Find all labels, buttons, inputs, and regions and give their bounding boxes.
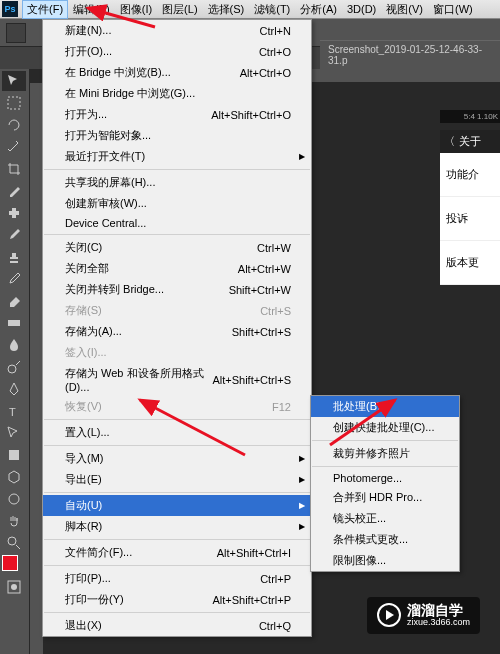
menu-image[interactable]: 图像(I) (115, 0, 157, 19)
menu-item-shortcut: Ctrl+Q (259, 620, 291, 632)
type-tool-icon[interactable]: T (2, 401, 26, 421)
color-swatch[interactable] (2, 555, 26, 575)
submenu-arrow-icon: ▶ (299, 501, 305, 510)
menu-item-label: 打开为智能对象... (65, 128, 151, 143)
crop-tool-icon[interactable] (2, 159, 26, 179)
zoom-tool-icon[interactable] (2, 533, 26, 553)
menu-item-21[interactable]: 置入(L)... (43, 422, 311, 443)
menu-item-34[interactable]: 退出(X)Ctrl+Q (43, 615, 311, 636)
phone-item-1[interactable]: 功能介 (440, 153, 500, 197)
camera-tool-icon[interactable] (2, 489, 26, 509)
eraser-tool-icon[interactable] (2, 291, 26, 311)
menu-item-label: 在 Mini Bridge 中浏览(G)... (65, 86, 195, 101)
back-icon[interactable]: 〈 (444, 134, 455, 149)
menu-item-29[interactable]: 文件简介(F)...Alt+Shift+Ctrl+I (43, 542, 311, 563)
history-brush-icon[interactable] (2, 269, 26, 289)
svg-text:T: T (9, 406, 16, 418)
pen-tool-icon[interactable] (2, 379, 26, 399)
document-tab[interactable]: Screenshot_2019-01-25-12-46-33-31.p (320, 40, 500, 69)
submenu-item-label: 镜头校正... (333, 511, 386, 526)
menu-file[interactable]: 文件(F) (22, 0, 68, 19)
3d-tool-icon[interactable] (2, 467, 26, 487)
submenu-item-6[interactable]: 合并到 HDR Pro... (311, 487, 459, 508)
menu-item-label: 自动(U) (65, 498, 102, 513)
menu-item-18[interactable]: 存储为 Web 和设备所用格式(D)...Alt+Shift+Ctrl+S (43, 363, 311, 396)
heal-tool-icon[interactable] (2, 203, 26, 223)
quick-mask-icon[interactable] (2, 577, 26, 597)
menu-3d[interactable]: 3D(D) (342, 1, 381, 17)
blur-tool-icon[interactable] (2, 335, 26, 355)
tools-panel: T (0, 69, 30, 654)
submenu-arrow-icon: ▶ (299, 522, 305, 531)
menu-item-shortcut: F12 (272, 401, 291, 413)
menu-item-10[interactable]: Device Central... (43, 214, 311, 232)
menu-item-2[interactable]: 在 Bridge 中浏览(B)...Alt+Ctrl+O (43, 62, 311, 83)
auto-submenu: 批处理(B)...创建快捷批处理(C)...裁剪并修齐照片Photomerge.… (310, 395, 460, 572)
shape-tool-icon[interactable] (2, 445, 26, 465)
submenu-item-3[interactable]: 裁剪并修齐照片 (311, 443, 459, 464)
menu-layer[interactable]: 图层(L) (157, 0, 202, 19)
svg-point-8 (8, 537, 16, 545)
menu-edit[interactable]: 编辑(E) (68, 0, 115, 19)
menu-select[interactable]: 选择(S) (203, 0, 250, 19)
move-tool-icon[interactable] (2, 71, 26, 91)
submenu-item-0[interactable]: 批处理(B)... (311, 396, 459, 417)
menu-item-6[interactable]: 最近打开文件(T)▶ (43, 146, 311, 167)
menu-item-13[interactable]: 关闭全部Alt+Ctrl+W (43, 258, 311, 279)
menu-item-label: 关闭(C) (65, 240, 102, 255)
gradient-tool-icon[interactable] (2, 313, 26, 333)
submenu-item-1[interactable]: 创建快捷批处理(C)... (311, 417, 459, 438)
menu-window[interactable]: 窗口(W) (428, 0, 478, 19)
menu-item-31[interactable]: 打印(P)...Ctrl+P (43, 568, 311, 589)
menu-item-3[interactable]: 在 Mini Bridge 中浏览(G)... (43, 83, 311, 104)
menu-item-label: 文件简介(F)... (65, 545, 132, 560)
menu-item-14[interactable]: 关闭并转到 Bridge...Shift+Ctrl+W (43, 279, 311, 300)
submenu-item-9[interactable]: 限制图像... (311, 550, 459, 571)
submenu-arrow-icon: ▶ (299, 152, 305, 161)
svg-point-4 (8, 365, 16, 373)
menu-item-5[interactable]: 打开为智能对象... (43, 125, 311, 146)
menu-item-shortcut: Ctrl+O (259, 46, 291, 58)
menu-item-16[interactable]: 存储为(A)...Shift+Ctrl+S (43, 321, 311, 342)
brush-tool-icon[interactable] (2, 225, 26, 245)
marquee-tool-icon[interactable] (2, 93, 26, 113)
submenu-item-8[interactable]: 条件模式更改... (311, 529, 459, 550)
menu-analysis[interactable]: 分析(A) (295, 0, 342, 19)
menu-item-0[interactable]: 新建(N)...Ctrl+N (43, 20, 311, 41)
menu-item-24[interactable]: 导出(E)▶ (43, 469, 311, 490)
menu-item-label: 打开为... (65, 107, 107, 122)
phone-header[interactable]: 〈 关于 (440, 130, 500, 153)
menu-item-8[interactable]: 共享我的屏幕(H)... (43, 172, 311, 193)
menu-item-12[interactable]: 关闭(C)Ctrl+W (43, 237, 311, 258)
menu-filter[interactable]: 滤镜(T) (249, 0, 295, 19)
watermark: 溜溜自学 zixue.3d66.com (367, 597, 480, 634)
tool-preset-icon[interactable] (6, 23, 26, 43)
menu-item-17[interactable]: 签入(I)... (43, 342, 311, 363)
menu-item-shortcut: Shift+Ctrl+S (232, 326, 291, 338)
menu-item-32[interactable]: 打印一份(Y)Alt+Shift+Ctrl+P (43, 589, 311, 610)
wand-tool-icon[interactable] (2, 137, 26, 157)
menu-item-15[interactable]: 存储(S)Ctrl+S (43, 300, 311, 321)
menu-item-23[interactable]: 导入(M)▶ (43, 448, 311, 469)
menu-item-label: Device Central... (65, 217, 146, 229)
dodge-tool-icon[interactable] (2, 357, 26, 377)
submenu-item-7[interactable]: 镜头校正... (311, 508, 459, 529)
lasso-tool-icon[interactable] (2, 115, 26, 135)
menu-item-1[interactable]: 打开(O)...Ctrl+O (43, 41, 311, 62)
eyedropper-tool-icon[interactable] (2, 181, 26, 201)
stamp-tool-icon[interactable] (2, 247, 26, 267)
menu-item-4[interactable]: 打开为...Alt+Shift+Ctrl+O (43, 104, 311, 125)
hand-tool-icon[interactable] (2, 511, 26, 531)
menu-item-label: 导出(E) (65, 472, 102, 487)
menu-item-label: 打印一份(Y) (65, 592, 124, 607)
path-tool-icon[interactable] (2, 423, 26, 443)
menu-item-26[interactable]: 自动(U)▶ (43, 495, 311, 516)
submenu-item-5[interactable]: Photomerge... (311, 469, 459, 487)
menu-item-9[interactable]: 创建新审核(W)... (43, 193, 311, 214)
phone-item-3[interactable]: 版本更 (440, 241, 500, 285)
menu-item-label: 最近打开文件(T) (65, 149, 145, 164)
menu-view[interactable]: 视图(V) (381, 0, 428, 19)
menu-item-19[interactable]: 恢复(V)F12 (43, 396, 311, 417)
menu-item-27[interactable]: 脚本(R)▶ (43, 516, 311, 537)
phone-item-2[interactable]: 投诉 (440, 197, 500, 241)
